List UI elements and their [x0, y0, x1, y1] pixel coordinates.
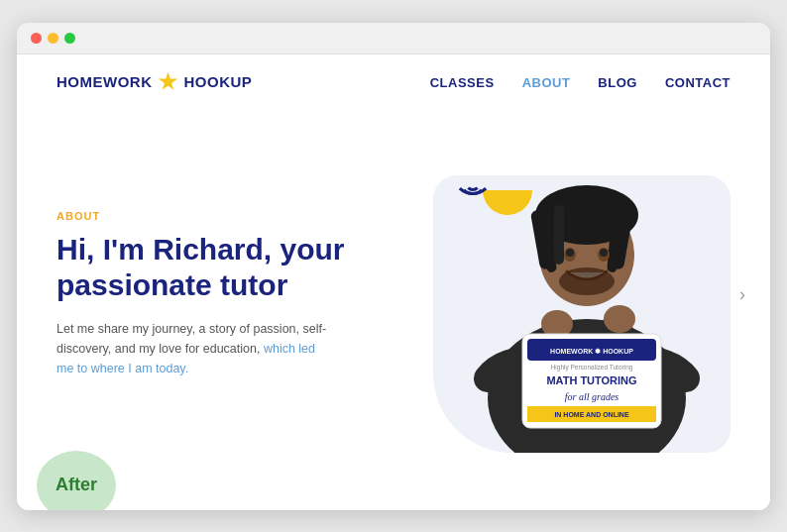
hero-description: Let me share my journey, a story of pass…: [56, 319, 334, 378]
nav-link-about[interactable]: ABOUT: [522, 75, 571, 90]
svg-point-12: [600, 249, 608, 257]
svg-point-11: [566, 249, 574, 257]
maximize-dot[interactable]: [64, 33, 75, 44]
about-label: ABOUT: [56, 210, 374, 222]
logo[interactable]: HOMEWORK HOOKUP: [56, 72, 252, 92]
nav-links: CLASSES ABOUT BLOG CONTACT: [430, 73, 731, 91]
svg-text:for all grades: for all grades: [565, 391, 619, 402]
page-content: HOMEWORK HOOKUP CLASSES ABOUT BLOG CONTA…: [17, 54, 770, 510]
minimize-dot[interactable]: [48, 33, 58, 44]
nav-link-classes[interactable]: CLASSES: [430, 75, 495, 90]
hero-left: ABOUT Hi, I'm Richard, your passionate t…: [56, 210, 394, 378]
hero-title: Hi, I'm Richard, your passionate tutor: [56, 232, 374, 303]
svg-point-13: [559, 267, 615, 295]
nav-item-classes[interactable]: CLASSES: [430, 73, 495, 91]
person-svg: HOMEWORK ✽ HOOKUP HOMEWORK ✽ HOOKUP: [463, 160, 711, 453]
nav-item-contact[interactable]: CONTACT: [665, 73, 731, 91]
signal-decoration: [453, 156, 493, 191]
nav-item-about[interactable]: ABOUT: [522, 73, 571, 91]
navbar: HOMEWORK HOOKUP CLASSES ABOUT BLOG CONTA…: [17, 54, 770, 106]
hero-right: HOMEWORK ✽ HOOKUP HOMEWORK ✽ HOOKUP: [394, 136, 731, 453]
nav-link-contact[interactable]: CONTACT: [665, 75, 731, 90]
logo-star-icon: [159, 72, 178, 92]
svg-rect-6: [554, 205, 564, 265]
after-badge-label: After: [56, 475, 97, 495]
logo-text-left: HOMEWORK: [56, 73, 153, 90]
svg-text:Highly Personalized Tutoring: Highly Personalized Tutoring: [551, 364, 633, 372]
signal-arc-inner: [465, 175, 481, 191]
nav-item-blog[interactable]: BLOG: [598, 73, 637, 91]
svg-point-16: [604, 305, 635, 333]
svg-text:HOMEWORK ✽ HOOKUP: HOMEWORK ✽ HOOKUP: [550, 348, 633, 355]
nav-link-blog[interactable]: BLOG: [598, 75, 637, 90]
close-dot[interactable]: [31, 33, 42, 44]
logo-text-right: HOOKUP: [184, 73, 253, 90]
next-arrow-button[interactable]: ›: [739, 283, 745, 304]
person-image: HOMEWORK ✽ HOOKUP HOMEWORK ✽ HOOKUP: [463, 160, 711, 453]
browser-chrome: [17, 23, 770, 54]
svg-text:MATH TUTORING: MATH TUTORING: [546, 374, 636, 386]
hero-section: ABOUT Hi, I'm Richard, your passionate t…: [17, 106, 770, 482]
svg-text:IN HOME AND ONLINE: IN HOME AND ONLINE: [554, 411, 629, 418]
browser-window: HOMEWORK HOOKUP CLASSES ABOUT BLOG CONTA…: [17, 23, 770, 510]
